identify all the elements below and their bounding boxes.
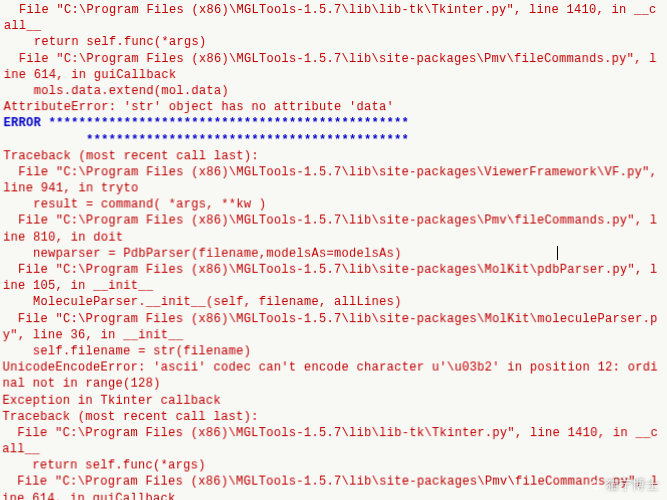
svg-point-3	[592, 485, 597, 489]
console-line: File "C:\Program Files (x86)\MGLTools-1.…	[3, 213, 664, 246]
console-line: return self.func(*args)	[4, 34, 663, 50]
console-line: AttributeError: 'str' object has no attr…	[4, 99, 664, 115]
console-line: return self.func(*args)	[2, 458, 665, 474]
console-line: File "C:\Program Files (x86)\MGLTools-1.…	[4, 2, 663, 34]
console-line: MoleculeParser.__init__(self, filename, …	[3, 294, 664, 310]
text-cursor	[557, 246, 558, 260]
console-line: File "C:\Program Files (x86)\MGLTools-1.…	[2, 425, 665, 458]
console-line: Exception in Tkinter callback	[2, 392, 664, 408]
watermark: 猫宁博士	[588, 476, 659, 494]
console-line: File "C:\Program Files (x86)\MGLTools-1.…	[4, 51, 664, 83]
svg-point-2	[596, 482, 599, 485]
console-line: UnicodeEncodeError: 'ascii' codec can't …	[2, 360, 664, 393]
console-line: ****************************************…	[3, 132, 663, 148]
console-line: File "C:\Program Files (x86)\MGLTools-1.…	[2, 474, 665, 500]
svg-point-0	[591, 482, 594, 485]
console-line: ERROR **********************************…	[3, 115, 663, 131]
console-line: newparser = PdbParser(filename,modelsAs=…	[3, 245, 664, 261]
svg-point-1	[594, 480, 597, 483]
console-line: File "C:\Program Files (x86)\MGLTools-1.…	[3, 164, 664, 197]
console-line: self.filename = str(filename)	[3, 343, 665, 359]
console-line: Traceback (most recent call last):	[3, 148, 663, 164]
console-line: Traceback (most recent call last):	[2, 409, 664, 425]
console-line: result = command( *args, **kw )	[3, 197, 664, 213]
console-line: File "C:\Program Files (x86)\MGLTools-1.…	[3, 262, 664, 295]
console-line: File "C:\Program Files (x86)\MGLTools-1.…	[3, 311, 665, 344]
console-line: mols.data.extend(mol.data)	[4, 83, 664, 99]
watermark-text: 猫宁博士	[606, 476, 659, 494]
console-output: File "C:\Program Files (x86)\MGLTools-1.…	[0, 0, 667, 500]
paw-icon	[588, 478, 602, 492]
